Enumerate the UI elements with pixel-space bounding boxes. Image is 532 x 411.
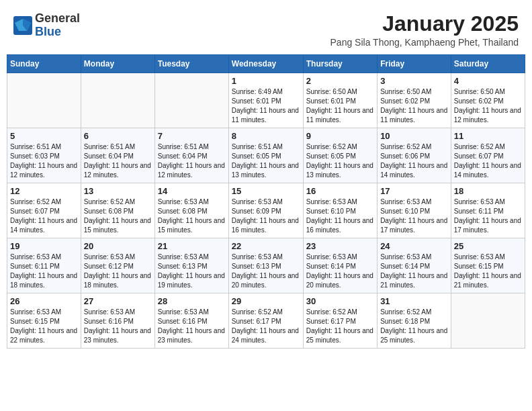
day-number: 16	[306, 186, 374, 196]
day-number: 8	[232, 131, 300, 141]
day-info: Sunrise: 6:50 AM Sunset: 6:01 PM Dayligh…	[306, 87, 374, 125]
column-header-wednesday: Wednesday	[228, 55, 303, 73]
calendar-cell: 14Sunrise: 6:53 AM Sunset: 6:08 PM Dayli…	[154, 183, 228, 238]
day-number: 7	[158, 131, 226, 141]
calendar-cell	[154, 73, 228, 128]
day-info: Sunrise: 6:51 AM Sunset: 6:05 PM Dayligh…	[232, 142, 300, 180]
calendar-cell: 18Sunrise: 6:53 AM Sunset: 6:11 PM Dayli…	[451, 183, 525, 238]
calendar-cell: 24Sunrise: 6:53 AM Sunset: 6:14 PM Dayli…	[378, 238, 451, 293]
day-number: 9	[306, 131, 374, 141]
day-info: Sunrise: 6:49 AM Sunset: 6:01 PM Dayligh…	[232, 87, 300, 125]
calendar-cell: 1Sunrise: 6:49 AM Sunset: 6:01 PM Daylig…	[228, 73, 303, 128]
logo: General Blue	[13, 12, 80, 39]
day-info: Sunrise: 6:52 AM Sunset: 6:17 PM Dayligh…	[306, 308, 374, 345]
calendar-cell: 25Sunrise: 6:53 AM Sunset: 6:15 PM Dayli…	[451, 238, 525, 293]
calendar-cell: 21Sunrise: 6:53 AM Sunset: 6:13 PM Dayli…	[154, 238, 228, 293]
calendar-cell: 2Sunrise: 6:50 AM Sunset: 6:01 PM Daylig…	[303, 73, 377, 128]
logo-text: General Blue	[35, 12, 80, 39]
calendar-cell: 11Sunrise: 6:52 AM Sunset: 6:07 PM Dayli…	[451, 128, 525, 183]
day-number: 12	[10, 186, 78, 196]
calendar-week-5: 26Sunrise: 6:53 AM Sunset: 6:15 PM Dayli…	[7, 293, 525, 349]
day-number: 5	[10, 131, 78, 141]
calendar-cell: 29Sunrise: 6:52 AM Sunset: 6:17 PM Dayli…	[228, 293, 303, 349]
day-info: Sunrise: 6:52 AM Sunset: 6:06 PM Dayligh…	[380, 142, 448, 180]
day-number: 29	[232, 296, 300, 306]
calendar-cell	[451, 293, 525, 349]
calendar-cell: 30Sunrise: 6:52 AM Sunset: 6:17 PM Dayli…	[303, 293, 377, 349]
day-info: Sunrise: 6:51 AM Sunset: 6:03 PM Dayligh…	[10, 142, 78, 180]
column-header-monday: Monday	[81, 55, 154, 73]
day-info: Sunrise: 6:50 AM Sunset: 6:02 PM Dayligh…	[454, 87, 522, 125]
calendar-cell: 12Sunrise: 6:52 AM Sunset: 6:07 PM Dayli…	[7, 183, 81, 238]
calendar-cell: 20Sunrise: 6:53 AM Sunset: 6:12 PM Dayli…	[81, 238, 154, 293]
calendar-cell: 19Sunrise: 6:53 AM Sunset: 6:11 PM Dayli…	[7, 238, 81, 293]
calendar-cell: 17Sunrise: 6:53 AM Sunset: 6:10 PM Dayli…	[378, 183, 451, 238]
day-number: 22	[232, 241, 300, 251]
day-number: 30	[306, 296, 374, 306]
calendar-cell: 27Sunrise: 6:53 AM Sunset: 6:16 PM Dayli…	[81, 293, 154, 349]
day-number: 1	[232, 76, 300, 86]
column-header-friday: Friday	[378, 55, 451, 73]
calendar-cell: 28Sunrise: 6:53 AM Sunset: 6:16 PM Dayli…	[154, 293, 228, 349]
day-info: Sunrise: 6:53 AM Sunset: 6:11 PM Dayligh…	[454, 197, 522, 235]
page-header: General Blue January 2025 Pang Sila Thon…	[7, 7, 525, 50]
month-title: January 2025	[330, 12, 519, 36]
day-info: Sunrise: 6:53 AM Sunset: 6:08 PM Dayligh…	[158, 197, 226, 235]
calendar-cell: 26Sunrise: 6:53 AM Sunset: 6:15 PM Dayli…	[7, 293, 81, 349]
day-info: Sunrise: 6:51 AM Sunset: 6:04 PM Dayligh…	[158, 142, 226, 180]
calendar-cell: 23Sunrise: 6:53 AM Sunset: 6:14 PM Dayli…	[303, 238, 377, 293]
day-info: Sunrise: 6:53 AM Sunset: 6:15 PM Dayligh…	[454, 253, 522, 290]
calendar-table: SundayMondayTuesdayWednesdayThursdayFrid…	[7, 54, 525, 349]
day-number: 31	[380, 296, 448, 306]
day-info: Sunrise: 6:53 AM Sunset: 6:13 PM Dayligh…	[232, 253, 300, 290]
day-info: Sunrise: 6:53 AM Sunset: 6:15 PM Dayligh…	[10, 308, 78, 345]
calendar-week-3: 12Sunrise: 6:52 AM Sunset: 6:07 PM Dayli…	[7, 183, 525, 238]
day-number: 13	[84, 186, 152, 196]
day-info: Sunrise: 6:53 AM Sunset: 6:11 PM Dayligh…	[10, 253, 78, 290]
day-info: Sunrise: 6:52 AM Sunset: 6:08 PM Dayligh…	[84, 197, 152, 235]
column-header-sunday: Sunday	[7, 55, 81, 73]
day-info: Sunrise: 6:53 AM Sunset: 6:13 PM Dayligh…	[158, 253, 226, 290]
day-number: 23	[306, 241, 374, 251]
calendar-header-row: SundayMondayTuesdayWednesdayThursdayFrid…	[7, 55, 525, 73]
day-info: Sunrise: 6:53 AM Sunset: 6:14 PM Dayligh…	[306, 253, 374, 290]
day-number: 18	[454, 186, 522, 196]
calendar-week-2: 5Sunrise: 6:51 AM Sunset: 6:03 PM Daylig…	[7, 128, 525, 183]
calendar-cell: 16Sunrise: 6:53 AM Sunset: 6:10 PM Dayli…	[303, 183, 377, 238]
location-subtitle: Pang Sila Thong, Kamphaeng Phet, Thailan…	[330, 37, 519, 48]
day-number: 21	[158, 241, 226, 251]
day-number: 27	[84, 296, 152, 306]
day-number: 10	[380, 131, 448, 141]
calendar-cell: 6Sunrise: 6:51 AM Sunset: 6:04 PM Daylig…	[81, 128, 154, 183]
title-section: January 2025 Pang Sila Thong, Kamphaeng …	[330, 12, 519, 48]
day-info: Sunrise: 6:53 AM Sunset: 6:10 PM Dayligh…	[380, 197, 448, 235]
day-info: Sunrise: 6:52 AM Sunset: 6:07 PM Dayligh…	[10, 197, 78, 235]
day-info: Sunrise: 6:53 AM Sunset: 6:16 PM Dayligh…	[158, 308, 226, 345]
day-info: Sunrise: 6:53 AM Sunset: 6:09 PM Dayligh…	[232, 197, 300, 235]
day-info: Sunrise: 6:53 AM Sunset: 6:12 PM Dayligh…	[84, 253, 152, 290]
calendar-week-1: 1Sunrise: 6:49 AM Sunset: 6:01 PM Daylig…	[7, 73, 525, 128]
day-number: 20	[84, 241, 152, 251]
day-info: Sunrise: 6:53 AM Sunset: 6:14 PM Dayligh…	[380, 253, 448, 290]
logo-general: General	[35, 12, 80, 26]
calendar-cell	[81, 73, 154, 128]
day-info: Sunrise: 6:53 AM Sunset: 6:10 PM Dayligh…	[306, 197, 374, 235]
calendar-cell: 22Sunrise: 6:53 AM Sunset: 6:13 PM Dayli…	[228, 238, 303, 293]
day-number: 15	[232, 186, 300, 196]
column-header-saturday: Saturday	[451, 55, 525, 73]
day-info: Sunrise: 6:50 AM Sunset: 6:02 PM Dayligh…	[380, 87, 448, 125]
day-number: 2	[306, 76, 374, 86]
day-number: 26	[10, 296, 78, 306]
day-number: 24	[380, 241, 448, 251]
day-number: 28	[158, 296, 226, 306]
calendar-cell: 31Sunrise: 6:52 AM Sunset: 6:18 PM Dayli…	[378, 293, 451, 349]
day-info: Sunrise: 6:52 AM Sunset: 6:07 PM Dayligh…	[454, 142, 522, 180]
calendar-cell: 7Sunrise: 6:51 AM Sunset: 6:04 PM Daylig…	[154, 128, 228, 183]
calendar-cell: 10Sunrise: 6:52 AM Sunset: 6:06 PM Dayli…	[378, 128, 451, 183]
calendar-cell: 3Sunrise: 6:50 AM Sunset: 6:02 PM Daylig…	[378, 73, 451, 128]
day-number: 17	[380, 186, 448, 196]
calendar-cell: 5Sunrise: 6:51 AM Sunset: 6:03 PM Daylig…	[7, 128, 81, 183]
day-number: 6	[84, 131, 152, 141]
column-header-thursday: Thursday	[303, 55, 377, 73]
day-info: Sunrise: 6:53 AM Sunset: 6:16 PM Dayligh…	[84, 308, 152, 345]
